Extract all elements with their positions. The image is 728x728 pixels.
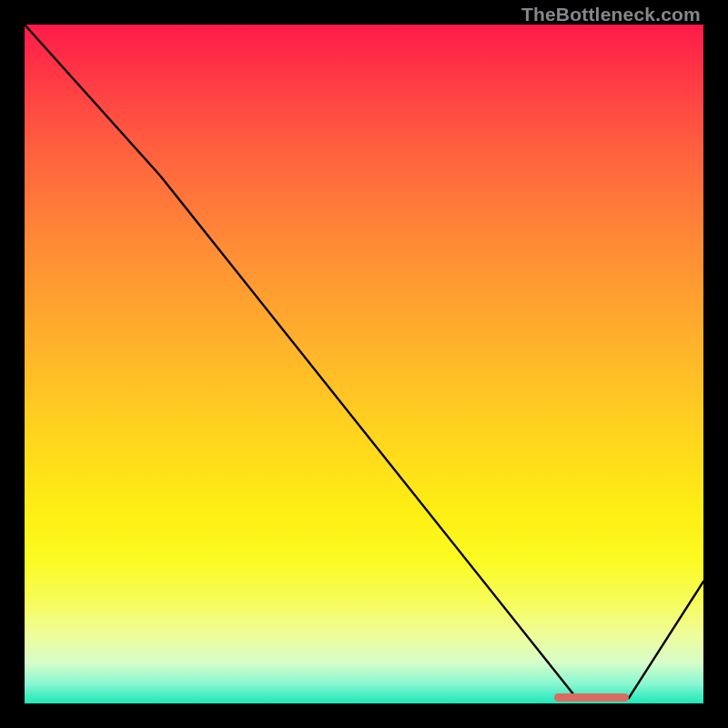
optimal-range-marker <box>554 693 629 702</box>
plot-area <box>25 25 703 703</box>
watermark-text: TheBottleneck.com <box>521 4 701 25</box>
bottleneck-curve <box>25 25 703 703</box>
